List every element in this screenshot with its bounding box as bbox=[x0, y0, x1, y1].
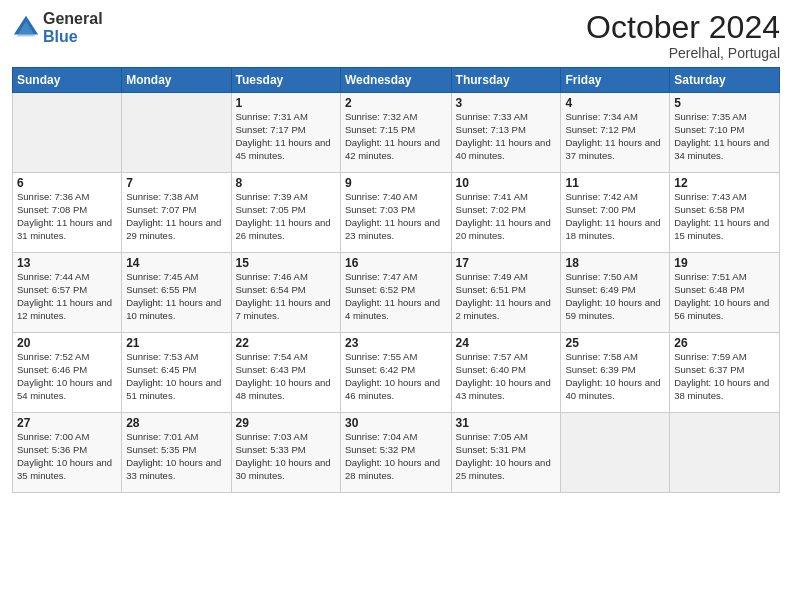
day-number: 12 bbox=[674, 176, 775, 190]
calendar-cell: 2Sunrise: 7:32 AM Sunset: 7:15 PM Daylig… bbox=[340, 93, 451, 173]
day-number: 19 bbox=[674, 256, 775, 270]
day-number: 13 bbox=[17, 256, 117, 270]
col-friday: Friday bbox=[561, 68, 670, 93]
logo: General Blue bbox=[12, 10, 103, 45]
calendar-cell: 27Sunrise: 7:00 AM Sunset: 5:36 PM Dayli… bbox=[13, 413, 122, 493]
day-info: Sunrise: 7:01 AM Sunset: 5:35 PM Dayligh… bbox=[126, 431, 226, 482]
day-number: 3 bbox=[456, 96, 557, 110]
day-info: Sunrise: 7:39 AM Sunset: 7:05 PM Dayligh… bbox=[236, 191, 336, 242]
calendar-cell bbox=[561, 413, 670, 493]
calendar-cell: 18Sunrise: 7:50 AM Sunset: 6:49 PM Dayli… bbox=[561, 253, 670, 333]
day-info: Sunrise: 7:54 AM Sunset: 6:43 PM Dayligh… bbox=[236, 351, 336, 402]
day-number: 24 bbox=[456, 336, 557, 350]
page: General Blue October 2024 Perelhal, Port… bbox=[0, 0, 792, 612]
day-info: Sunrise: 7:50 AM Sunset: 6:49 PM Dayligh… bbox=[565, 271, 665, 322]
calendar-cell: 6Sunrise: 7:36 AM Sunset: 7:08 PM Daylig… bbox=[13, 173, 122, 253]
day-info: Sunrise: 7:59 AM Sunset: 6:37 PM Dayligh… bbox=[674, 351, 775, 402]
day-info: Sunrise: 7:38 AM Sunset: 7:07 PM Dayligh… bbox=[126, 191, 226, 242]
calendar-cell: 14Sunrise: 7:45 AM Sunset: 6:55 PM Dayli… bbox=[122, 253, 231, 333]
calendar-cell: 13Sunrise: 7:44 AM Sunset: 6:57 PM Dayli… bbox=[13, 253, 122, 333]
logo-icon bbox=[12, 14, 40, 42]
day-info: Sunrise: 7:46 AM Sunset: 6:54 PM Dayligh… bbox=[236, 271, 336, 322]
calendar-cell: 23Sunrise: 7:55 AM Sunset: 6:42 PM Dayli… bbox=[340, 333, 451, 413]
day-info: Sunrise: 7:33 AM Sunset: 7:13 PM Dayligh… bbox=[456, 111, 557, 162]
calendar-cell: 26Sunrise: 7:59 AM Sunset: 6:37 PM Dayli… bbox=[670, 333, 780, 413]
day-number: 31 bbox=[456, 416, 557, 430]
title-block: October 2024 Perelhal, Portugal bbox=[586, 10, 780, 61]
day-number: 1 bbox=[236, 96, 336, 110]
day-info: Sunrise: 7:04 AM Sunset: 5:32 PM Dayligh… bbox=[345, 431, 447, 482]
calendar-cell: 28Sunrise: 7:01 AM Sunset: 5:35 PM Dayli… bbox=[122, 413, 231, 493]
day-info: Sunrise: 7:34 AM Sunset: 7:12 PM Dayligh… bbox=[565, 111, 665, 162]
logo-text: General Blue bbox=[43, 10, 103, 45]
calendar-cell: 7Sunrise: 7:38 AM Sunset: 7:07 PM Daylig… bbox=[122, 173, 231, 253]
calendar-week-1: 1Sunrise: 7:31 AM Sunset: 7:17 PM Daylig… bbox=[13, 93, 780, 173]
calendar-cell: 8Sunrise: 7:39 AM Sunset: 7:05 PM Daylig… bbox=[231, 173, 340, 253]
calendar-week-5: 27Sunrise: 7:00 AM Sunset: 5:36 PM Dayli… bbox=[13, 413, 780, 493]
calendar-cell: 25Sunrise: 7:58 AM Sunset: 6:39 PM Dayli… bbox=[561, 333, 670, 413]
calendar-cell: 17Sunrise: 7:49 AM Sunset: 6:51 PM Dayli… bbox=[451, 253, 561, 333]
day-number: 4 bbox=[565, 96, 665, 110]
day-number: 21 bbox=[126, 336, 226, 350]
day-number: 28 bbox=[126, 416, 226, 430]
day-number: 20 bbox=[17, 336, 117, 350]
day-info: Sunrise: 7:00 AM Sunset: 5:36 PM Dayligh… bbox=[17, 431, 117, 482]
day-info: Sunrise: 7:03 AM Sunset: 5:33 PM Dayligh… bbox=[236, 431, 336, 482]
calendar-cell: 24Sunrise: 7:57 AM Sunset: 6:40 PM Dayli… bbox=[451, 333, 561, 413]
day-info: Sunrise: 7:44 AM Sunset: 6:57 PM Dayligh… bbox=[17, 271, 117, 322]
calendar-cell: 31Sunrise: 7:05 AM Sunset: 5:31 PM Dayli… bbox=[451, 413, 561, 493]
day-info: Sunrise: 7:05 AM Sunset: 5:31 PM Dayligh… bbox=[456, 431, 557, 482]
location: Perelhal, Portugal bbox=[586, 45, 780, 61]
calendar-week-3: 13Sunrise: 7:44 AM Sunset: 6:57 PM Dayli… bbox=[13, 253, 780, 333]
logo-general: General bbox=[43, 10, 103, 28]
day-info: Sunrise: 7:40 AM Sunset: 7:03 PM Dayligh… bbox=[345, 191, 447, 242]
col-saturday: Saturday bbox=[670, 68, 780, 93]
day-number: 26 bbox=[674, 336, 775, 350]
day-number: 9 bbox=[345, 176, 447, 190]
day-info: Sunrise: 7:36 AM Sunset: 7:08 PM Dayligh… bbox=[17, 191, 117, 242]
calendar-cell: 5Sunrise: 7:35 AM Sunset: 7:10 PM Daylig… bbox=[670, 93, 780, 173]
calendar-week-4: 20Sunrise: 7:52 AM Sunset: 6:46 PM Dayli… bbox=[13, 333, 780, 413]
col-tuesday: Tuesday bbox=[231, 68, 340, 93]
calendar-cell: 4Sunrise: 7:34 AM Sunset: 7:12 PM Daylig… bbox=[561, 93, 670, 173]
day-number: 2 bbox=[345, 96, 447, 110]
day-info: Sunrise: 7:53 AM Sunset: 6:45 PM Dayligh… bbox=[126, 351, 226, 402]
day-number: 11 bbox=[565, 176, 665, 190]
calendar-cell: 21Sunrise: 7:53 AM Sunset: 6:45 PM Dayli… bbox=[122, 333, 231, 413]
calendar-cell: 16Sunrise: 7:47 AM Sunset: 6:52 PM Dayli… bbox=[340, 253, 451, 333]
calendar-cell: 10Sunrise: 7:41 AM Sunset: 7:02 PM Dayli… bbox=[451, 173, 561, 253]
logo-blue: Blue bbox=[43, 28, 103, 46]
day-number: 6 bbox=[17, 176, 117, 190]
day-info: Sunrise: 7:58 AM Sunset: 6:39 PM Dayligh… bbox=[565, 351, 665, 402]
calendar-cell: 20Sunrise: 7:52 AM Sunset: 6:46 PM Dayli… bbox=[13, 333, 122, 413]
day-number: 10 bbox=[456, 176, 557, 190]
calendar-cell bbox=[13, 93, 122, 173]
calendar-cell bbox=[670, 413, 780, 493]
calendar-cell: 1Sunrise: 7:31 AM Sunset: 7:17 PM Daylig… bbox=[231, 93, 340, 173]
calendar-cell: 11Sunrise: 7:42 AM Sunset: 7:00 PM Dayli… bbox=[561, 173, 670, 253]
day-info: Sunrise: 7:43 AM Sunset: 6:58 PM Dayligh… bbox=[674, 191, 775, 242]
calendar-cell: 29Sunrise: 7:03 AM Sunset: 5:33 PM Dayli… bbox=[231, 413, 340, 493]
day-info: Sunrise: 7:45 AM Sunset: 6:55 PM Dayligh… bbox=[126, 271, 226, 322]
calendar-cell: 30Sunrise: 7:04 AM Sunset: 5:32 PM Dayli… bbox=[340, 413, 451, 493]
day-number: 16 bbox=[345, 256, 447, 270]
calendar-cell: 15Sunrise: 7:46 AM Sunset: 6:54 PM Dayli… bbox=[231, 253, 340, 333]
day-number: 8 bbox=[236, 176, 336, 190]
calendar-cell: 19Sunrise: 7:51 AM Sunset: 6:48 PM Dayli… bbox=[670, 253, 780, 333]
day-info: Sunrise: 7:51 AM Sunset: 6:48 PM Dayligh… bbox=[674, 271, 775, 322]
col-thursday: Thursday bbox=[451, 68, 561, 93]
day-info: Sunrise: 7:32 AM Sunset: 7:15 PM Dayligh… bbox=[345, 111, 447, 162]
calendar-cell: 9Sunrise: 7:40 AM Sunset: 7:03 PM Daylig… bbox=[340, 173, 451, 253]
day-info: Sunrise: 7:47 AM Sunset: 6:52 PM Dayligh… bbox=[345, 271, 447, 322]
day-number: 23 bbox=[345, 336, 447, 350]
day-number: 30 bbox=[345, 416, 447, 430]
col-sunday: Sunday bbox=[13, 68, 122, 93]
col-wednesday: Wednesday bbox=[340, 68, 451, 93]
calendar-cell: 3Sunrise: 7:33 AM Sunset: 7:13 PM Daylig… bbox=[451, 93, 561, 173]
day-number: 29 bbox=[236, 416, 336, 430]
day-number: 25 bbox=[565, 336, 665, 350]
calendar-cell bbox=[122, 93, 231, 173]
calendar-week-2: 6Sunrise: 7:36 AM Sunset: 7:08 PM Daylig… bbox=[13, 173, 780, 253]
day-info: Sunrise: 7:35 AM Sunset: 7:10 PM Dayligh… bbox=[674, 111, 775, 162]
header: General Blue October 2024 Perelhal, Port… bbox=[12, 10, 780, 61]
